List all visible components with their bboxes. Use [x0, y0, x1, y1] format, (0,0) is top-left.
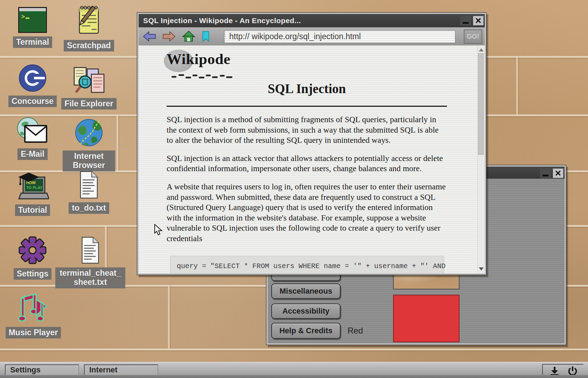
scrollbar-thumb[interactable]: [478, 53, 484, 155]
download-icon[interactable]: [549, 366, 560, 376]
browser-content: Wikipode SQL Injection: [139, 46, 485, 273]
settings-gear-icon: [18, 236, 47, 265]
article-paragraph: SQL injection is an attack vector that a…: [167, 153, 447, 174]
music-notes-icon: [18, 290, 49, 323]
power-icon[interactable]: [568, 366, 578, 376]
wall-mortar-joint: [516, 56, 518, 114]
file-explorer-icon: [72, 66, 105, 94]
desktop-icon-label: File Explorer: [61, 98, 116, 110]
taskbar-bottom-strip: [0, 375, 588, 378]
back-icon[interactable]: [143, 31, 156, 42]
browser-window: SQL Injection - Wikipode - An Encycloped…: [137, 12, 486, 275]
settings-nav-button-miscellaneous[interactable]: Miscellaneous: [271, 284, 341, 299]
svg-text:HOW: HOW: [26, 181, 36, 185]
desktop-icon-label: Tutorial: [15, 204, 50, 216]
desktop-icon-label: to_do.txt: [69, 202, 109, 214]
desktop-icon-label: E-Mail: [18, 148, 48, 160]
browser-toolbar: http:// wikipode.org/sql_injection.html …: [139, 27, 485, 46]
desktop-icon-music-player[interactable]: Music Player: [1, 290, 66, 338]
svg-text:>: >: [21, 13, 25, 20]
tutorial-icon: HOW TO PLAY: [16, 171, 49, 201]
desktop-icon-terminal[interactable]: > Terminal: [4, 7, 62, 48]
text-file-icon: [79, 171, 99, 199]
desktop-icon-label: terminal_cheat_sheet.txt: [55, 267, 125, 288]
red-color-swatch[interactable]: [393, 295, 460, 342]
close-button[interactable]: ✕: [473, 16, 484, 26]
taskbar: Settings Internet: [0, 362, 588, 378]
millipede-dashes-icon: [172, 74, 233, 79]
desktop-icon-scratchpad[interactable]: Scratchpad: [59, 4, 119, 51]
text-file-icon: [80, 237, 100, 264]
heading-rule: [167, 106, 447, 107]
concourse-icon: [19, 64, 47, 92]
code-line: query = "SELECT * FROM users WHERE name …: [177, 262, 446, 270]
minimize-button[interactable]: [540, 168, 551, 178]
wall-mortar-line: [0, 349, 588, 350]
mouse-cursor: [154, 224, 164, 236]
svg-text:TO PLAY: TO PLAY: [26, 186, 43, 190]
desktop-icon-label: Settings: [14, 268, 52, 280]
desktop-icon-internet-browser[interactable]: Internet Browser: [59, 118, 118, 172]
code-block: query = "SELECT * FROM users WHERE name …: [170, 256, 444, 273]
settings-nav-button-accessibility[interactable]: Accessibility: [271, 303, 341, 319]
wikipode-logo[interactable]: Wikipode: [167, 50, 447, 73]
minimize-icon: [542, 175, 548, 176]
desktop-icon-file-explorer[interactable]: File Explorer: [58, 66, 120, 110]
browser-title: SQL Injection - Wikipode - An Encycloped…: [139, 16, 301, 25]
scroll-up-icon[interactable]: [479, 48, 484, 51]
wall-mortar-joint: [168, 285, 170, 349]
close-button[interactable]: ✕: [553, 168, 564, 178]
logo-text: Wikipode: [167, 51, 230, 67]
taskbar-item-internet[interactable]: Internet: [84, 364, 158, 376]
internet-browser-icon: [75, 118, 103, 147]
desktop-icon-to-do-txt[interactable]: to_do.txt: [58, 171, 120, 214]
article-paragraph: A website that requires users to log in,…: [167, 182, 447, 244]
close-icon: ✕: [555, 169, 561, 177]
desktop-icon-label: Terminal: [13, 36, 52, 48]
color-option-label: Red: [348, 326, 363, 336]
page-title: SQL Injection: [167, 81, 447, 96]
home-icon[interactable]: [182, 31, 195, 42]
minimize-icon: [463, 22, 469, 24]
code-line: pass = '" + password + "'": [177, 273, 286, 273]
url-text: http:// wikipode.org/sql_injection.html: [229, 32, 361, 41]
bookmark-icon[interactable]: [202, 31, 210, 42]
taskbar-item-settings[interactable]: Settings: [5, 364, 79, 376]
desktop-icon-concourse[interactable]: Concourse: [4, 64, 62, 107]
forward-icon[interactable]: [162, 31, 176, 42]
terminal-icon: >: [18, 7, 47, 33]
browser-titlebar[interactable]: SQL Injection - Wikipode - An Encycloped…: [139, 14, 485, 27]
desktop-icon-settings[interactable]: Settings: [4, 236, 62, 280]
desktop-icon-terminal-cheat-sheet[interactable]: terminal_cheat_sheet.txt: [55, 237, 125, 288]
desktop-icon-label: Music Player: [6, 327, 61, 338]
desktop-icon-tutorial[interactable]: HOW TO PLAY Tutorial: [4, 171, 62, 216]
article-paragraph: SQL injection is a method of submitting …: [167, 114, 447, 146]
vertical-scrollbar[interactable]: [477, 46, 484, 273]
scroll-down-icon[interactable]: [479, 267, 484, 271]
email-icon: [17, 117, 48, 145]
desktop-icon-email[interactable]: E-Mail: [4, 117, 62, 160]
desktop-icon-label: Internet Browser: [63, 150, 115, 172]
url-bar[interactable]: http:// wikipode.org/sql_injection.html: [224, 30, 455, 43]
desktop-icon-label: Concourse: [8, 96, 57, 107]
go-button[interactable]: GO!: [464, 29, 482, 44]
scratchpad-icon: [75, 4, 103, 36]
desktop-icon-label: Scratchpad: [64, 40, 114, 51]
minimize-button[interactable]: [460, 16, 471, 26]
desktop: > Terminal Scratchpad: [0, 0, 588, 378]
close-icon: ✕: [475, 17, 482, 25]
settings-nav-button-help-credits[interactable]: Help & Credits: [271, 323, 341, 339]
